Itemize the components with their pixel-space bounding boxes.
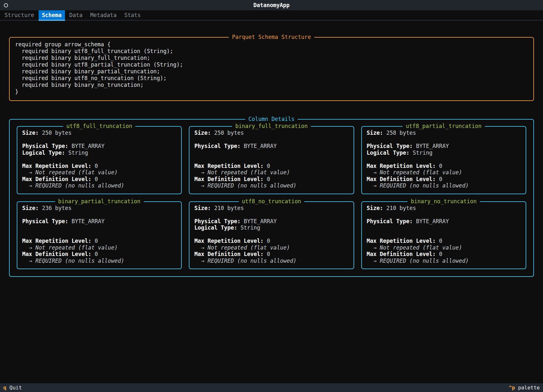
main-content: Parquet Schema Structure required group … bbox=[0, 21, 543, 383]
schema-text: required group arrow_schema { required b… bbox=[10, 38, 533, 100]
quit-key: q bbox=[3, 385, 6, 391]
size-line: Size:250 bytes bbox=[22, 130, 176, 136]
max-repetition-line: Max Repetition Level:0 bbox=[22, 163, 176, 169]
max-definition-label: Max Definition Level: bbox=[367, 251, 436, 257]
schema-panel-title: Parquet Schema Structure bbox=[229, 34, 314, 41]
tab-data[interactable]: Data bbox=[66, 10, 86, 20]
definition-note: → REQUIRED (no nulls allowed) bbox=[22, 182, 176, 189]
max-definition-label: Max Definition Level: bbox=[22, 176, 91, 182]
size-line: Size:210 bytes bbox=[367, 205, 521, 212]
blank-line bbox=[194, 136, 348, 143]
max-definition-line: Max Definition Level:0 bbox=[367, 251, 521, 258]
column-card: binary_no_truncation Size:210 bytes Phys… bbox=[361, 201, 526, 269]
schema-line: required binary binary_no_truncation; bbox=[15, 82, 528, 88]
max-definition-line: Max Definition Level:0 bbox=[194, 176, 348, 183]
size-label: Size: bbox=[367, 205, 383, 211]
physical-type-label: Physical Type: bbox=[194, 218, 240, 224]
schema-line: required binary utf8_partial_truncation … bbox=[15, 61, 528, 68]
max-definition-label: Max Definition Level: bbox=[194, 251, 263, 257]
size-value: 210 bytes bbox=[386, 205, 416, 211]
blank-line bbox=[367, 231, 521, 238]
physical-type-value: BYTE_ARRAY bbox=[72, 218, 105, 224]
palette-label: palette bbox=[518, 385, 540, 391]
blank-line bbox=[194, 231, 348, 238]
column-grid: utf8_full_truncation Size:250 bytes Phys… bbox=[17, 126, 526, 269]
max-definition-line: Max Definition Level:0 bbox=[22, 251, 176, 258]
definition-note: → REQUIRED (no nulls allowed) bbox=[22, 258, 176, 264]
max-definition-label: Max Definition Level: bbox=[194, 176, 263, 182]
max-repetition-label: Max Repetition Level: bbox=[194, 163, 263, 169]
logical-type-line: Logical Type:String bbox=[194, 224, 348, 231]
max-repetition-line: Max Repetition Level:0 bbox=[194, 163, 348, 169]
schema-line: required binary utf8_no_truncation (Stri… bbox=[15, 75, 528, 82]
physical-type-label: Physical Type: bbox=[22, 218, 68, 224]
physical-type-value: BYTE_ARRAY bbox=[72, 143, 105, 149]
max-definition-line: Max Definition Level:0 bbox=[367, 176, 521, 183]
physical-type-label: Physical Type: bbox=[194, 143, 240, 149]
schema-line: required binary binary_full_truncation; bbox=[15, 55, 528, 61]
max-repetition-line: Max Repetition Level:0 bbox=[367, 238, 521, 244]
size-value: 258 bytes bbox=[386, 130, 416, 136]
footer-palette-binding[interactable]: ^p palette bbox=[509, 385, 540, 391]
blank-line bbox=[194, 156, 348, 163]
max-repetition-label: Max Repetition Level: bbox=[194, 238, 263, 244]
max-repetition-line: Max Repetition Level:0 bbox=[194, 238, 348, 244]
max-definition-value: 0 bbox=[267, 176, 270, 182]
physical-type-label: Physical Type: bbox=[367, 218, 413, 224]
tab-structure[interactable]: Structure bbox=[1, 10, 37, 20]
definition-note: → REQUIRED (no nulls allowed) bbox=[367, 258, 521, 264]
logical-type-label: Logical Type: bbox=[22, 150, 65, 156]
blank-line bbox=[22, 156, 176, 163]
max-definition-value: 0 bbox=[439, 176, 442, 182]
max-repetition-label: Max Repetition Level: bbox=[367, 163, 436, 169]
tab-metadata[interactable]: Metadata bbox=[87, 10, 120, 20]
schema-line: required binary utf8_full_truncation (St… bbox=[15, 48, 528, 55]
physical-type-line: Physical Type:BYTE_ARRAY bbox=[194, 218, 348, 225]
repetition-note: → Not repeated (flat value) bbox=[194, 169, 348, 176]
footer-quit-binding[interactable]: q Quit bbox=[3, 385, 22, 391]
quit-label: Quit bbox=[9, 385, 22, 391]
column-card: binary_full_truncation Size:250 bytes Ph… bbox=[189, 126, 354, 194]
column-card: utf8_full_truncation Size:250 bytes Phys… bbox=[17, 126, 182, 194]
logical-type-value: String bbox=[413, 150, 432, 156]
max-repetition-value: 0 bbox=[439, 238, 442, 244]
max-definition-value: 0 bbox=[267, 251, 270, 257]
max-definition-label: Max Definition Level: bbox=[22, 251, 91, 257]
column-card-title: utf8_full_truncation bbox=[63, 123, 135, 130]
palette-key: ^p bbox=[509, 385, 515, 391]
size-value: 250 bytes bbox=[214, 130, 244, 136]
blank-line bbox=[22, 136, 176, 143]
size-label: Size: bbox=[367, 130, 383, 136]
size-value: 250 bytes bbox=[42, 130, 71, 136]
blank-line bbox=[367, 156, 521, 163]
schema-line: } bbox=[15, 88, 528, 95]
column-card: utf8_partial_truncation Size:258 bytes P… bbox=[361, 126, 526, 194]
max-repetition-line: Max Repetition Level:0 bbox=[22, 238, 176, 244]
footer-bar: q Quit ^p palette bbox=[0, 383, 543, 392]
column-card: binary_partial_truncation Size:236 bytes… bbox=[17, 201, 182, 269]
title-bar: DatanomyApp bbox=[0, 0, 543, 10]
definition-note: → REQUIRED (no nulls allowed) bbox=[194, 182, 348, 189]
max-definition-value: 0 bbox=[95, 176, 98, 182]
physical-type-line: Physical Type:BYTE_ARRAY bbox=[367, 143, 521, 150]
logical-type-line: Logical Type:String bbox=[22, 150, 176, 156]
physical-type-line: Physical Type:BYTE_ARRAY bbox=[22, 218, 176, 225]
physical-type-value: BYTE_ARRAY bbox=[416, 143, 449, 149]
tab-bar: StructureSchemaDataMetadataStats bbox=[0, 10, 543, 21]
tab-schema[interactable]: Schema bbox=[39, 10, 65, 20]
physical-type-value: BYTE_ARRAY bbox=[244, 218, 277, 224]
size-line: Size:258 bytes bbox=[367, 130, 521, 136]
size-value: 210 bytes bbox=[214, 205, 244, 211]
size-line: Size:250 bytes bbox=[194, 130, 348, 136]
command-palette-circle-icon[interactable] bbox=[4, 3, 8, 7]
repetition-note: → Not repeated (flat value) bbox=[367, 169, 521, 176]
size-line: Size:210 bytes bbox=[194, 205, 348, 212]
schema-panel: Parquet Schema Structure required group … bbox=[9, 37, 534, 101]
max-definition-value: 0 bbox=[95, 251, 98, 257]
tab-stats[interactable]: Stats bbox=[121, 10, 144, 20]
max-repetition-value: 0 bbox=[439, 163, 442, 169]
column-details-panel: Column Details utf8_full_truncation Size… bbox=[9, 119, 534, 277]
logical-type-value: String bbox=[68, 150, 88, 156]
max-repetition-label: Max Repetition Level: bbox=[22, 163, 91, 169]
size-label: Size: bbox=[22, 205, 39, 211]
